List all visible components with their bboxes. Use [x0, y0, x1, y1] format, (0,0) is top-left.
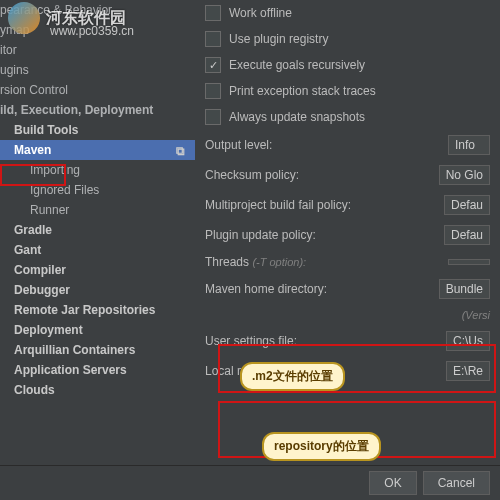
tree-item-compiler[interactable]: Compiler: [0, 260, 195, 280]
threads-label: Threads: [205, 255, 249, 269]
main-panel: Work offline Use plugin registry Execute…: [195, 0, 500, 465]
ok-button[interactable]: OK: [369, 471, 416, 495]
maven-version-hint: (Versi: [462, 309, 490, 321]
tree-item-version-control[interactable]: rsion Control: [0, 80, 195, 100]
user-settings-label: User settings file:: [205, 334, 297, 348]
tree-item-runner[interactable]: Runner: [0, 200, 195, 220]
user-settings-input[interactable]: C:\Us: [446, 331, 490, 351]
output-level-select[interactable]: Info: [448, 135, 490, 155]
settings-tree: pearance & Behavior ymap itor ugins rsio…: [0, 0, 195, 465]
callout-m2-location: .m2文件的位置: [240, 362, 345, 391]
exception-traces-label: Print exception stack traces: [229, 84, 376, 98]
tree-item-plugins[interactable]: ugins: [0, 60, 195, 80]
tree-item-maven[interactable]: Maven⧉: [0, 140, 195, 160]
threads-hint: (-T option):: [252, 256, 306, 268]
tree-item-deployment[interactable]: Deployment: [0, 320, 195, 340]
work-offline-checkbox[interactable]: [205, 5, 221, 21]
tree-item-build-tools[interactable]: Build Tools: [0, 120, 195, 140]
maven-home-select[interactable]: Bundle: [439, 279, 490, 299]
tree-item-gant[interactable]: Gant: [0, 240, 195, 260]
callout-repo-location: repository的位置: [262, 432, 381, 461]
tree-item-arquillian[interactable]: Arquillian Containers: [0, 340, 195, 360]
tree-item-gradle[interactable]: Gradle: [0, 220, 195, 240]
plugin-update-label: Plugin update policy:: [205, 228, 316, 242]
checksum-select[interactable]: No Glo: [439, 165, 490, 185]
tree-item-importing[interactable]: Importing: [0, 160, 195, 180]
dialog-footer: OK Cancel: [0, 465, 500, 500]
output-level-label: Output level:: [205, 138, 272, 152]
plugin-update-select[interactable]: Defau: [444, 225, 490, 245]
work-offline-label: Work offline: [229, 6, 292, 20]
copy-icon[interactable]: ⧉: [176, 144, 185, 158]
tree-item-appearance[interactable]: pearance & Behavior: [0, 0, 195, 20]
tree-item-build-execution[interactable]: ild, Execution, Deployment: [0, 100, 195, 120]
tree-item-clouds[interactable]: Clouds: [0, 380, 195, 400]
update-snapshots-label: Always update snapshots: [229, 110, 365, 124]
local-repo-input[interactable]: E:\Re: [446, 361, 490, 381]
fail-policy-select[interactable]: Defau: [444, 195, 490, 215]
tree-item-app-servers[interactable]: Application Servers: [0, 360, 195, 380]
exception-traces-checkbox[interactable]: [205, 83, 221, 99]
cancel-button[interactable]: Cancel: [423, 471, 490, 495]
plugin-registry-label: Use plugin registry: [229, 32, 328, 46]
tree-item-ignored-files[interactable]: Ignored Files: [0, 180, 195, 200]
tree-item-maven-label: Maven: [14, 143, 51, 157]
tree-item-debugger[interactable]: Debugger: [0, 280, 195, 300]
watermark-url: www.pc0359.cn: [50, 24, 134, 38]
update-snapshots-checkbox[interactable]: [205, 109, 221, 125]
plugin-registry-checkbox[interactable]: [205, 31, 221, 47]
tree-item-remote-jar[interactable]: Remote Jar Repositories: [0, 300, 195, 320]
recursive-label: Execute goals recursively: [229, 58, 365, 72]
fail-policy-label: Multiproject build fail policy:: [205, 198, 351, 212]
recursive-checkbox[interactable]: [205, 57, 221, 73]
tree-item-editor[interactable]: itor: [0, 40, 195, 60]
maven-home-label: Maven home directory:: [205, 282, 327, 296]
checksum-label: Checksum policy:: [205, 168, 299, 182]
threads-input[interactable]: [448, 259, 490, 265]
